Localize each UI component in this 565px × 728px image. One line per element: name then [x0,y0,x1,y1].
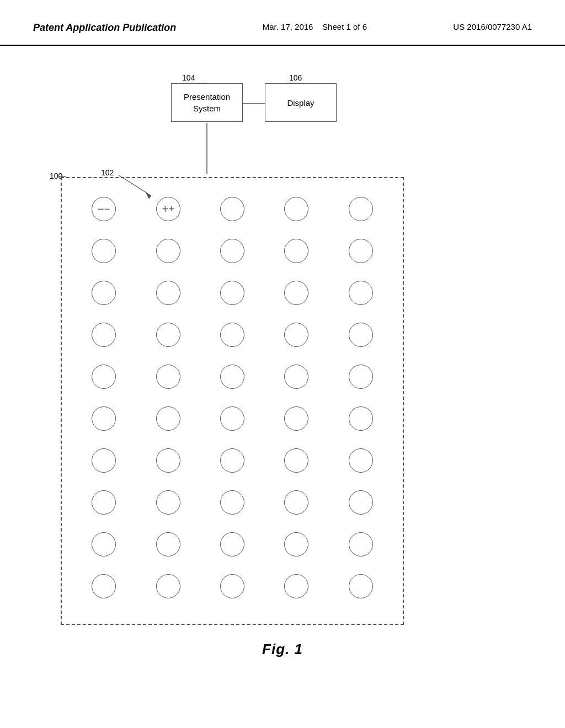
circle-r8c3 [220,490,244,515]
circle-r5c3 [220,365,244,389]
publication-label: Patent Application Publication [33,22,176,34]
circle-r2c4 [284,239,308,263]
presentation-system-box: PresentationSystem [171,83,243,122]
circle-r10c3 [220,574,244,598]
circle-r5c5 [349,365,373,389]
sheet-label: Sheet 1 of 6 [322,22,367,31]
circle-r10c5 [349,574,373,598]
circle-r1c4 [284,197,308,221]
circle-r2c3 [220,239,244,263]
ref-102-label: 102 [101,168,114,177]
presentation-system-label: PresentationSystem [184,91,230,114]
display-box: Display [265,83,337,122]
circle-r9c4 [284,532,308,556]
circle-r6c2 [156,406,180,431]
circle-r1c3 [220,197,244,221]
circle-r3c1 [92,281,116,305]
circle-r2c1 [92,239,116,263]
circle-r8c4 [284,490,308,515]
circle-r4c2 [156,323,180,347]
circle-r1c2: + [156,197,180,221]
page-header: Patent Application Publication Mar. 17, … [0,0,565,46]
circle-r8c5 [349,490,373,515]
circle-r5c2 [156,365,180,389]
figure-caption: Fig. 1 [262,641,303,658]
circle-r3c4 [284,281,308,305]
circle-r1c5 [349,197,373,221]
circle-r4c1 [92,323,116,347]
circle-r8c1 [92,490,116,515]
circle-r2c2 [156,239,180,263]
circle-r4c4 [284,323,308,347]
page: Patent Application Publication Mar. 17, … [0,0,565,728]
circle-r5c1 [92,365,116,389]
circle-r9c5 [349,532,373,556]
circle-r6c1 [92,406,116,431]
circle-r6c5 [349,406,373,431]
circle-r10c4 [284,574,308,598]
circle-r1c1: − [92,197,116,221]
circle-r7c4 [284,448,308,473]
display-label: Display [287,97,314,109]
circle-r2c5 [349,239,373,263]
circle-r10c1 [92,574,116,598]
circle-r4c3 [220,323,244,347]
ref-104-label: 104 [182,73,195,82]
circle-r3c3 [220,281,244,305]
circle-r6c3 [220,406,244,431]
circle-r9c2 [156,532,180,556]
circle-r5c4 [284,365,308,389]
circle-r8c2 [156,490,180,515]
circle-r10c2 [156,574,180,598]
circle-r7c3 [220,448,244,473]
circles-grid: − + [72,188,393,607]
circle-r9c1 [92,532,116,556]
diagram-area: 104 106 PresentationSystem Display 100 1… [0,46,565,680]
date-label: Mar. 17, 2016 [263,22,313,31]
patent-number-label: US 2016/0077230 A1 [453,22,532,31]
ref-106-label: 106 [289,73,302,82]
circle-r4c5 [349,323,373,347]
circle-r3c2 [156,281,180,305]
date-sheet-label: Mar. 17, 2016 Sheet 1 of 6 [263,22,367,31]
circle-r7c1 [92,448,116,473]
circle-r3c5 [349,281,373,305]
circle-r6c4 [284,406,308,431]
circle-r9c3 [220,532,244,556]
circle-r7c2 [156,448,180,473]
circle-r7c5 [349,448,373,473]
